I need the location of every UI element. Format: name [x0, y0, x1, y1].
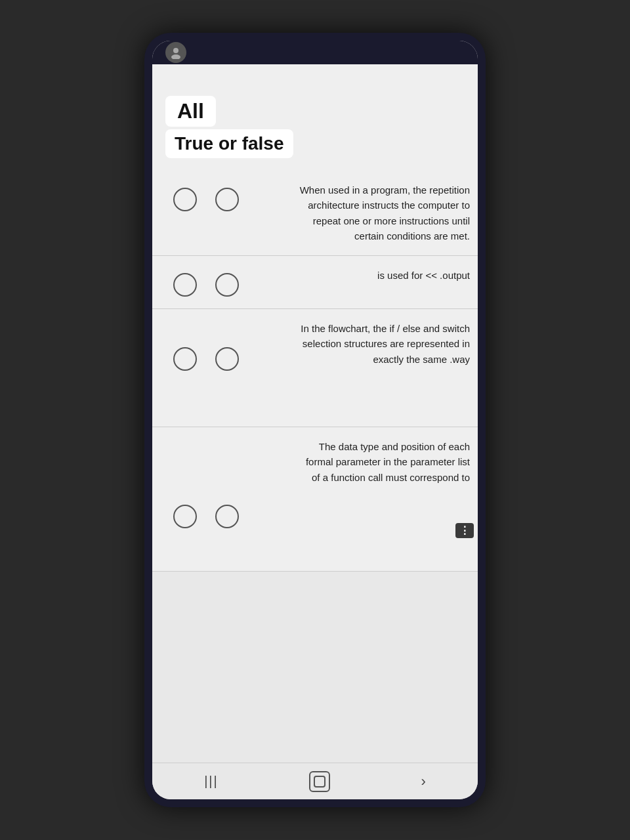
svg-point-0	[173, 48, 178, 53]
radio-true-1[interactable]	[173, 188, 197, 211]
header-overlay: All True or false	[165, 96, 293, 158]
true-or-false-badge: True or false	[165, 129, 293, 158]
question-text-3: In the flowchart, the if / else and swit…	[291, 321, 470, 367]
radio-group	[160, 321, 291, 371]
radio-group	[160, 268, 291, 297]
question-text-1: When used in a program, the repetition a…	[291, 182, 470, 243]
quiz-list: When used in a program, the repetition a…	[152, 64, 478, 763]
content-area: All True or false When used in a program…	[152, 64, 478, 763]
status-bar	[152, 41, 478, 64]
forward-nav-button[interactable]: ›	[408, 768, 438, 795]
back-nav-button[interactable]: |||	[191, 768, 232, 794]
quiz-item: The data type and position of each forma…	[152, 427, 478, 572]
profile-icon	[165, 42, 186, 63]
radio-false-3[interactable]	[215, 347, 239, 371]
radio-group	[160, 439, 291, 528]
home-nav-button[interactable]	[309, 771, 330, 792]
three-dots-badge[interactable]: ⋮	[455, 523, 474, 538]
true-or-false-label: True or false	[175, 133, 284, 154]
all-label: All	[177, 100, 204, 123]
question-text-4: The data type and position of each forma…	[291, 439, 470, 485]
phone-frame: All True or false When used in a program…	[144, 33, 486, 807]
radio-true-4[interactable]	[173, 505, 197, 528]
quiz-item: In the flowchart, the if / else and swit…	[152, 309, 478, 427]
svg-point-1	[171, 54, 180, 59]
phone-screen: All True or false When used in a program…	[152, 41, 478, 799]
quiz-item: is used for << .output	[152, 256, 478, 309]
nav-bar: ||| ›	[152, 763, 478, 799]
svg-rect-2	[314, 776, 325, 787]
quiz-item: When used in a program, the repetition a…	[152, 64, 478, 256]
all-badge: All	[165, 96, 216, 127]
radio-true-3[interactable]	[173, 347, 197, 371]
radio-false-1[interactable]	[215, 188, 239, 211]
radio-false-4[interactable]	[215, 505, 239, 528]
question-text-2: is used for << .output	[291, 268, 470, 283]
radio-group	[160, 182, 291, 211]
radio-true-2[interactable]	[173, 273, 197, 297]
radio-false-2[interactable]	[215, 273, 239, 297]
